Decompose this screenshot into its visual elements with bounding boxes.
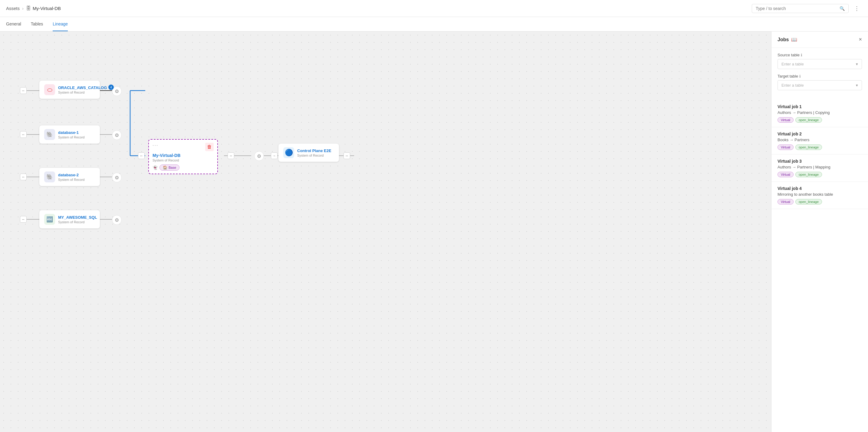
job3-title: Virtual job 3 (777, 159, 862, 164)
job4-tags: Virtual open_lineage (777, 199, 862, 204)
db2-icon: 🐘 (44, 171, 55, 182)
job-card-3[interactable]: Virtual job 3 Authors → Partners | Mappi… (771, 154, 868, 182)
expand-oracle-left[interactable]: ↔ (20, 87, 27, 94)
oracle-sublabel: System of Record (58, 91, 107, 94)
control-plane-icon: 🔵 (283, 147, 294, 158)
sql-icon: 🔤 (44, 214, 55, 225)
page-title: My-Virtual-DB (33, 6, 61, 11)
source-table-dropdown[interactable]: Enter a table ▾ (777, 59, 862, 69)
header-left: Assets › 🗄 My-Virtual-DB (6, 6, 61, 11)
control-plane-node: 🔵 Control Plane E2E System of Record (278, 144, 339, 162)
home-icon: 🏠 (163, 165, 167, 170)
tab-general[interactable]: General (6, 17, 21, 31)
gear-db1[interactable]: ⚙ (112, 130, 122, 140)
expand-control-right[interactable]: ↔ (343, 152, 350, 159)
gear-sql[interactable]: ⚙ (112, 215, 122, 225)
job-card-2[interactable]: Virtual job 2 Books → Partners Virtual o… (771, 127, 868, 154)
gear-badge: 4 (108, 85, 114, 90)
source-dropdown-arrow: ▾ (856, 62, 858, 66)
db2-sublabel: System of Record (58, 178, 85, 181)
gear-after-virtual[interactable]: ⚙ (254, 151, 264, 161)
source-info-icon: ℹ (801, 53, 802, 57)
sql-sublabel: System of Record (58, 220, 97, 224)
search-icon: 🔍 (840, 6, 845, 11)
panel-close-button[interactable]: × (859, 36, 862, 43)
virtual-node-dots: ··· (153, 143, 158, 151)
search-box[interactable]: 🔍 (752, 4, 849, 13)
breadcrumb-db: 🗄 My-Virtual-DB (26, 6, 61, 11)
target-table-label: Target table ℹ (777, 74, 862, 79)
right-panel: Jobs 📖 × Source table ℹ Enter a table ▾ … (771, 31, 868, 432)
job4-tag-virtual: Virtual (777, 199, 794, 204)
panel-title: Jobs 📖 (777, 37, 797, 42)
expand-sql-left[interactable]: ↔ (20, 216, 27, 223)
expand-db1-left[interactable]: ↔ (20, 131, 27, 138)
job1-desc: Authors → Partners | Copying (777, 110, 862, 115)
main-layout: ↔ ↔ ↔ ↔ ⬭ ORACLE_AWS_CATALOG System of R… (0, 31, 868, 432)
breadcrumb-separator: › (22, 6, 24, 11)
job3-tag-virtual: Virtual (777, 172, 794, 177)
tab-tables[interactable]: Tables (31, 17, 43, 31)
sql-label: MY_AWESOME_SQL (58, 215, 97, 220)
job-card-1[interactable]: Virtual job 1 Authors → Partners | Copyi… (771, 100, 868, 127)
job2-tag-virtual: Virtual (777, 144, 794, 150)
menu-button[interactable]: ⋮ (851, 4, 862, 13)
job3-tags: Virtual open_lineage (777, 172, 862, 177)
gear-db2[interactable]: ⚙ (112, 173, 122, 182)
virtual-db-sublabel: System of Record (153, 159, 214, 162)
header-right: 🔍 ⋮ (752, 4, 862, 13)
panel-filters: Source table ℹ Enter a table ▾ Target ta… (771, 48, 868, 100)
header: Assets › 🗄 My-Virtual-DB 🔍 ⋮ (0, 0, 868, 17)
oracle-node: ⬭ ORACLE_AWS_CATALOG System of Record (39, 81, 100, 99)
job1-title: Virtual job 1 (777, 104, 862, 109)
jobs-title-text: Jobs (777, 37, 789, 42)
job1-tag-lineage: open_lineage (795, 117, 822, 123)
tabs-bar: General Tables Lineage (0, 17, 868, 31)
database1-node: 🐘 database-1 System of Record (39, 125, 100, 144)
job3-desc: Authors → Partners | Mapping (777, 165, 862, 169)
job2-title: Virtual job 2 (777, 132, 862, 136)
target-table-placeholder: Enter a table (781, 83, 804, 88)
target-info-icon: ℹ (799, 74, 801, 79)
target-dropdown-arrow: ▾ (856, 83, 858, 88)
source-table-label: Source table ℹ (777, 53, 862, 57)
job-card-4[interactable]: Virtual job 4 Mirroring to another books… (771, 182, 868, 209)
job1-tags: Virtual open_lineage (777, 117, 862, 123)
job4-desc: Mirroring to another books table (777, 192, 862, 197)
db2-label: database-2 (58, 173, 85, 177)
job2-tags: Virtual open_lineage (777, 144, 862, 150)
target-table-dropdown[interactable]: Enter a table ▾ (777, 80, 862, 90)
sql-node: 🔤 MY_AWESOME_SQL System of Record (39, 210, 100, 228)
lineage-canvas: ↔ ↔ ↔ ↔ ⬭ ORACLE_AWS_CATALOG System of R… (0, 31, 771, 432)
virtual-ghost-icon: 👻 (153, 165, 158, 170)
job1-tag-virtual: Virtual (777, 117, 794, 123)
control-plane-sublabel: System of Record (297, 153, 332, 157)
oracle-icon: ⬭ (44, 84, 55, 95)
virtual-node-delete-button[interactable]: 🗑 (205, 143, 214, 151)
db1-label: database-1 (58, 130, 85, 135)
job2-tag-lineage: open_lineage (795, 144, 822, 150)
virtual-base-tag: 🏠 Base (159, 165, 180, 171)
job2-desc: Books → Partners (777, 138, 862, 142)
expand-db2-left[interactable]: ↔ (20, 174, 27, 180)
virtual-db-label: My-Virtual-DB (153, 153, 214, 158)
job4-tag-lineage: open_lineage (795, 199, 822, 204)
database2-node: 🐘 database-2 System of Record (39, 168, 100, 186)
expand-virt-right[interactable]: ↔ (227, 152, 234, 159)
panel-header: Jobs 📖 × (771, 31, 868, 48)
tab-lineage[interactable]: Lineage (53, 17, 68, 31)
db-icon: 🗄 (26, 6, 31, 11)
oracle-label: ORACLE_AWS_CATALOG (58, 85, 107, 90)
expand-virtual-left[interactable]: ↔ (138, 152, 145, 159)
job4-title: Virtual job 4 (777, 186, 862, 191)
job3-tag-lineage: open_lineage (795, 172, 822, 177)
virtual-db-node: ··· 🗑 My-Virtual-DB System of Record 👻 🏠… (148, 139, 218, 174)
book-icon: 📖 (791, 37, 797, 42)
db1-icon: 🐘 (44, 129, 55, 140)
search-input[interactable] (756, 6, 837, 11)
control-plane-label: Control Plane E2E (297, 148, 332, 153)
db1-sublabel: System of Record (58, 136, 85, 139)
source-table-placeholder: Enter a table (781, 62, 804, 66)
breadcrumb-assets[interactable]: Assets (6, 6, 20, 11)
expand-after-gear[interactable]: → (271, 152, 278, 159)
